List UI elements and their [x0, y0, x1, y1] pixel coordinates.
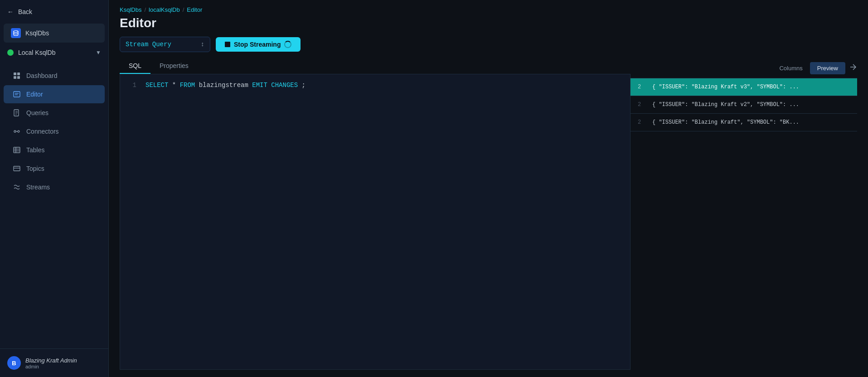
instance-label: Local KsqlDb [18, 49, 56, 56]
keyword-from: FROM [180, 82, 195, 89]
editor-icon [13, 90, 21, 98]
breadcrumb-editor[interactable]: Editor [187, 6, 202, 13]
query-type-label: Stream Query [126, 41, 171, 48]
streams-label: Streams [26, 184, 50, 191]
select-arrow-icon: ↕ [201, 41, 204, 48]
breadcrumb-localksqldb[interactable]: localKsqlDb [149, 6, 180, 13]
tab-sql[interactable]: SQL [120, 58, 150, 74]
sidebar-item-dashboard[interactable]: Dashboard [4, 67, 105, 85]
code-content[interactable]: SELECT * FROM blazingstream EMIT CHANGES… [145, 82, 623, 362]
line-number-1: 1 [127, 82, 136, 89]
tables-icon [13, 146, 21, 154]
result-row-num: 2 [638, 102, 647, 108]
result-row[interactable]: 2 { "ISSUER": "Blazing Kraft", "SYMBOL":… [630, 114, 857, 131]
svg-rect-2 [17, 72, 20, 75]
topics-icon [13, 164, 21, 173]
dashboard-icon [13, 72, 21, 80]
result-row-num: 2 [638, 84, 647, 90]
editor-area: SQL Properties 1 SELECT * FROM blazingst… [109, 58, 868, 377]
results-panel: Columns Preview 2 { "ISSUER": "Blazing K… [630, 58, 857, 370]
code-editor[interactable]: 1 SELECT * FROM blazingstream EMIT CHANG… [120, 74, 630, 370]
toolbar: Stream Query ↕ Stop Streaming [120, 37, 857, 52]
breadcrumb: KsqlDbs / localKsqlDb / Editor [120, 6, 857, 13]
svg-rect-15 [14, 147, 20, 153]
topics-label: Topics [26, 165, 44, 172]
expand-icon[interactable] [849, 63, 857, 73]
main-content: KsqlDbs / localKsqlDb / Editor Editor St… [109, 0, 868, 377]
page-title: Editor [120, 16, 857, 30]
ksqldb-selector[interactable]: KsqlDbs [4, 24, 105, 43]
breadcrumb-sep-2: / [183, 6, 184, 13]
code-star: * [172, 82, 180, 89]
sidebar-item-editor[interactable]: Editor [4, 85, 105, 103]
connectors-icon [13, 127, 21, 135]
queries-icon [13, 109, 21, 117]
loading-spinner-icon [284, 41, 291, 48]
code-table: blazingstream [199, 82, 252, 89]
instance-selector[interactable]: Local KsqlDb ▼ [0, 43, 108, 63]
tables-label: Tables [26, 146, 44, 154]
result-row[interactable]: 2 { "ISSUER": "Blazing Kraft v3", "SYMBO… [630, 78, 857, 96]
svg-point-12 [14, 130, 16, 132]
keyword-select: SELECT [145, 82, 168, 89]
avatar: B [7, 356, 21, 370]
svg-rect-5 [14, 92, 20, 97]
sidebar-item-streams[interactable]: Streams [4, 178, 105, 196]
queries-label: Queries [26, 109, 48, 116]
db-icon [11, 28, 21, 38]
svg-point-13 [18, 130, 19, 132]
stop-button-label: Stop Streaming [234, 41, 281, 48]
dashboard-label: Dashboard [26, 72, 58, 79]
back-label: Back [18, 8, 32, 15]
result-row-value: { "ISSUER": "Blazing Kraft v3", "SYMBOL"… [652, 84, 850, 90]
results-header: Columns Preview [630, 58, 857, 78]
footer-role: admin [25, 364, 77, 369]
ksqldb-label: KsqlDbs [25, 29, 49, 37]
main-header: KsqlDbs / localKsqlDb / Editor Editor St… [109, 0, 868, 58]
stop-streaming-button[interactable]: Stop Streaming [216, 37, 301, 52]
editor-tabs: SQL Properties [120, 58, 630, 74]
instance-status-dot [7, 49, 14, 56]
sidebar-item-topics[interactable]: Topics [4, 160, 105, 178]
footer-info: Blazing Kraft Admin admin [25, 357, 77, 369]
sidebar-item-queries[interactable]: Queries [4, 104, 105, 122]
breadcrumb-sep-1: / [144, 6, 146, 13]
sidebar-item-connectors[interactable]: Connectors [4, 122, 105, 140]
sidebar-nav: Dashboard Editor Queries [0, 63, 108, 348]
result-row-num: 2 [638, 119, 647, 126]
tab-columns[interactable]: Columns [772, 62, 810, 74]
stop-square-icon [225, 42, 230, 47]
query-type-select[interactable]: Stream Query ↕ [120, 37, 210, 52]
back-arrow-icon: ← [7, 8, 14, 15]
chevron-down-icon: ▼ [96, 49, 101, 56]
result-row[interactable]: 2 { "ISSUER": "Blazing Kraft v2", "SYMBO… [630, 96, 857, 114]
back-button[interactable]: ← Back [0, 0, 108, 24]
connectors-label: Connectors [26, 128, 59, 135]
svg-rect-19 [14, 166, 20, 171]
svg-rect-1 [14, 72, 16, 75]
breadcrumb-ksqldbs[interactable]: KsqlDbs [120, 6, 141, 13]
svg-point-0 [14, 31, 18, 33]
streams-icon [13, 183, 21, 191]
footer-username: Blazing Kraft Admin [25, 357, 77, 364]
svg-rect-3 [14, 76, 16, 79]
result-row-value: { "ISSUER": "Blazing Kraft", "SYMBOL": "… [652, 119, 850, 126]
editor-panel: SQL Properties 1 SELECT * FROM blazingst… [120, 58, 630, 370]
keyword-emit: EMIT CHANGES [252, 82, 298, 89]
code-semicolon: ; [302, 82, 305, 89]
line-numbers: 1 [127, 82, 136, 362]
result-row-value: { "ISSUER": "Blazing Kraft v2", "SYMBOL"… [652, 102, 850, 108]
tab-preview[interactable]: Preview [810, 62, 845, 74]
sidebar-item-tables[interactable]: Tables [4, 141, 105, 159]
svg-rect-4 [17, 76, 20, 79]
sidebar-footer: B Blazing Kraft Admin admin [0, 348, 108, 377]
results-rows: 2 { "ISSUER": "Blazing Kraft v3", "SYMBO… [630, 78, 857, 370]
editor-label: Editor [26, 91, 43, 98]
sidebar: ← Back KsqlDbs Local KsqlDb ▼ [0, 0, 109, 377]
tab-properties[interactable]: Properties [150, 58, 198, 74]
